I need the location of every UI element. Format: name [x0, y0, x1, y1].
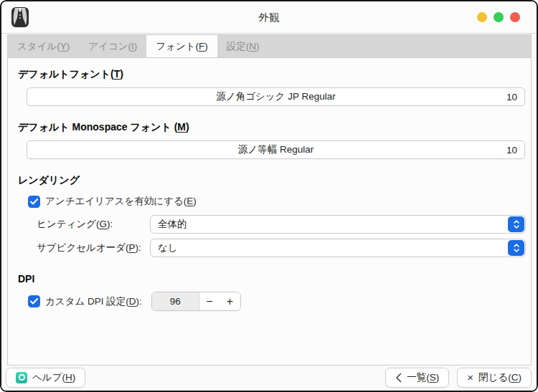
hinting-row: ヒンティング(G): 全体的 — [8, 215, 531, 234]
rendering-header: レンダリング — [18, 174, 531, 187]
up-down-chevron-icon — [513, 242, 520, 254]
subpixel-select[interactable]: なし — [150, 239, 526, 257]
hinting-value: 全体的 — [158, 218, 187, 231]
fonts-tab-content: デフォルトフォント(T) 源ノ角ゴシック JP Regular 10 デフォルト… — [8, 58, 531, 365]
subpixel-value: なし — [158, 242, 178, 254]
dpi-value[interactable]: 96 — [152, 292, 199, 310]
all-settings-label: 一覧(S) — [407, 371, 439, 384]
hinting-select[interactable]: 全体的 — [150, 215, 526, 234]
antialias-label[interactable]: アンチエイリアスを有効にする(E) — [45, 195, 197, 208]
subpixel-label: サブピクセルオーダ(P): — [37, 242, 150, 254]
tab-icons[interactable]: アイコン(I) — [79, 35, 146, 57]
maximize-button[interactable] — [494, 12, 504, 22]
help-button[interactable]: ヘルプ(H) — [6, 368, 85, 388]
tab-fonts[interactable]: フォント(F) — [146, 35, 217, 57]
window-title: 外観 — [1, 1, 537, 33]
default-font-button[interactable]: 源ノ角ゴシック JP Regular 10 — [27, 87, 525, 106]
dpi-increase-button[interactable]: + — [220, 292, 240, 310]
default-font-size: 10 — [506, 92, 517, 102]
custom-dpi-checkbox[interactable] — [28, 295, 40, 307]
help-icon — [16, 372, 27, 383]
chevron-left-icon — [395, 373, 402, 383]
dpi-header: DPI — [18, 273, 531, 285]
check-icon — [30, 199, 38, 205]
close-button[interactable] — [510, 12, 520, 22]
subpixel-row: サブピクセルオーダ(P): なし — [8, 239, 531, 257]
dpi-decrease-button[interactable]: − — [199, 292, 220, 310]
custom-dpi-row: カスタム DPI 設定(D): 96 − + — [28, 292, 531, 311]
close-dialog-button[interactable]: × 閉じる(C) — [457, 368, 532, 388]
hinting-dropdown-button[interactable] — [508, 216, 524, 232]
custom-dpi-label[interactable]: カスタム DPI 設定(D): — [45, 295, 142, 308]
help-button-label: ヘルプ(H) — [32, 371, 75, 384]
check-icon — [30, 298, 38, 305]
hinting-label: ヒンティング(G): — [37, 218, 150, 231]
close-button-label: 閉じる(C) — [478, 371, 522, 384]
settings-notebook: スタイル(Y) アイコン(I) フォント(F) 設定(N) デフォルトフォント(… — [7, 34, 532, 365]
antialias-checkbox[interactable] — [28, 196, 40, 208]
monospace-font-header: デフォルト Monospace フォント (M) — [18, 121, 531, 134]
monospace-font-size: 10 — [506, 145, 517, 156]
monospace-font-button[interactable]: 源ノ等幅 Regular 10 — [27, 140, 525, 159]
appearance-dialog: 外観 スタイル(Y) アイコン(I) フォント(F) 設定(N) デフォルトフォ… — [0, 0, 538, 392]
titlebar: 外観 — [1, 1, 537, 34]
dpi-spinbox: 96 − + — [151, 292, 241, 311]
minimize-button[interactable] — [477, 12, 487, 22]
tab-settings[interactable]: 設定(N) — [217, 35, 269, 57]
tab-bar: スタイル(Y) アイコン(I) フォント(F) 設定(N) — [8, 35, 531, 58]
close-icon: × — [467, 372, 473, 383]
up-down-chevron-icon — [513, 219, 520, 230]
subpixel-dropdown-button[interactable] — [508, 240, 524, 256]
monospace-font-name: 源ノ等幅 Regular — [238, 143, 313, 156]
all-settings-button[interactable]: 一覧(S) — [385, 368, 449, 388]
footer-bar: ヘルプ(H) 一覧(S) × 閉じる(C) — [1, 365, 537, 391]
footer-actions: 一覧(S) × 閉じる(C) — [385, 368, 532, 388]
antialias-row: アンチエイリアスを有効にする(E) — [28, 195, 531, 208]
default-font-header: デフォルトフォント(T) — [18, 68, 531, 81]
window-controls — [477, 1, 520, 33]
default-font-name: 源ノ角ゴシック JP Regular — [216, 90, 335, 103]
tab-style[interactable]: スタイル(Y) — [8, 35, 79, 57]
